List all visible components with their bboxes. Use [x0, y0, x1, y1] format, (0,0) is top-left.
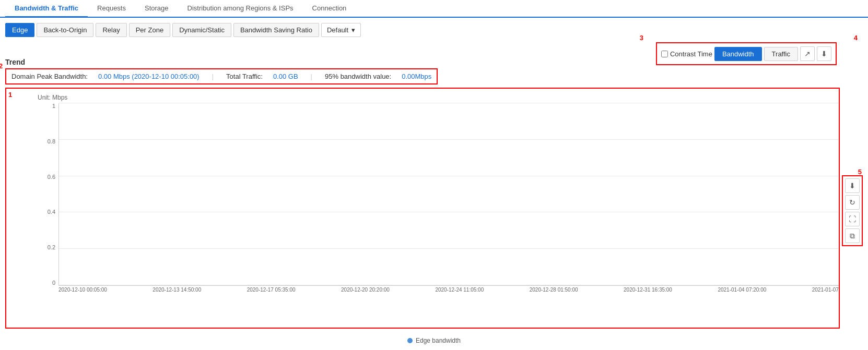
- top-right-controls: Contrast Time Bandwidth Traffic ↗ ⬇: [656, 42, 837, 65]
- x-axis: 2020-12-10 00:05:00 2020-12-13 14:50:00 …: [58, 287, 839, 301]
- red-label-4: 4: [854, 34, 858, 42]
- refresh-btn[interactable]: ↻: [845, 195, 860, 210]
- stats-bar: 2 Domain Peak Bandwidth: 0.00 Mbps (2020…: [5, 68, 438, 85]
- trend-section: Trend 3 4 Contrast Time Bandwidth Traffi…: [5, 42, 863, 347]
- legend-area: Edge bandwidth: [5, 334, 863, 347]
- export-btn[interactable]: ↗: [800, 46, 815, 61]
- fullscreen-icon: ⛶: [849, 215, 856, 223]
- top-tabs-bar: Bandwidth & Traffic Requests Storage Dis…: [0, 0, 868, 18]
- total-traffic-value: 0.00 GB: [273, 73, 298, 80]
- y-label-0: 0: [52, 280, 55, 286]
- y-axis: 0 0.2 0.4 0.6 0.8 1: [38, 103, 58, 286]
- main-content: Trend 3 4 Contrast Time Bandwidth Traffi…: [0, 42, 868, 347]
- collapse-icon: ⧉: [850, 232, 855, 240]
- tab-distribution[interactable]: Distribution among Regions & ISPs: [178, 0, 303, 18]
- download-top-btn[interactable]: ⬇: [817, 46, 831, 61]
- collapse-btn[interactable]: ⧉: [845, 228, 860, 243]
- x-label-2: 2020-12-17 05:35:00: [247, 287, 296, 293]
- total-traffic-label: Total Traffic:: [226, 73, 263, 80]
- download-right-btn[interactable]: ⬇: [845, 178, 860, 193]
- sub-button-bar: Edge Back-to-Origin Relay Per Zone Dynam…: [0, 18, 868, 42]
- chart-area: 1 Unit: Mbps 0 0.2 0.4 0.6 0.8 1: [5, 88, 840, 329]
- y-label-04: 0.4: [48, 209, 55, 215]
- red-label-3: 3: [640, 34, 643, 42]
- p95-value: 0.00Mbps: [402, 73, 431, 80]
- tab-requests[interactable]: Requests: [88, 0, 135, 18]
- chart-unit-label: Unit: Mbps: [38, 94, 839, 101]
- y-label-06: 0.6: [48, 174, 55, 180]
- sub-btn-edge[interactable]: Edge: [5, 23, 34, 37]
- red-label-1: 1: [8, 91, 12, 99]
- tab-storage[interactable]: Storage: [135, 0, 178, 18]
- refresh-icon: ↻: [849, 198, 855, 207]
- y-label-02: 0.2: [48, 245, 55, 250]
- red-label-2: 2: [0, 62, 3, 70]
- peak-bandwidth-label: Domain Peak Bandwidth:: [11, 73, 88, 80]
- red-label-5: 5: [858, 168, 862, 176]
- contrast-time-label: Contrast Time: [670, 50, 712, 58]
- x-label-4: 2020-12-24 11:05:00: [435, 287, 484, 293]
- x-label-0: 2020-12-10 00:05:00: [58, 287, 107, 293]
- contrast-time-control[interactable]: Contrast Time: [661, 50, 712, 58]
- x-label-5: 2020-12-28 01:50:00: [530, 287, 578, 293]
- download-right-icon: ⬇: [849, 182, 855, 190]
- traffic-btn[interactable]: Traffic: [764, 47, 798, 61]
- legend-dot-edge: [407, 338, 413, 343]
- chevron-down-icon: ▾: [351, 26, 355, 34]
- y-label-1: 1: [52, 103, 55, 109]
- tab-bandwidth-traffic[interactable]: Bandwidth & Traffic: [5, 0, 88, 18]
- sub-btn-dynamic-static[interactable]: Dynamic/Static: [172, 23, 231, 37]
- bandwidth-btn[interactable]: Bandwidth: [714, 47, 762, 61]
- x-label-3: 2020-12-20 20:20:00: [341, 287, 390, 293]
- x-label-6: 2020-12-31 16:35:00: [624, 287, 672, 293]
- export-icon: ↗: [804, 50, 811, 58]
- x-label-8: 2021-01-07: [812, 287, 839, 293]
- legend-item-edge: Edge bandwidth: [407, 337, 461, 344]
- sub-btn-bandwidth-saving[interactable]: Bandwidth Saving Ratio: [233, 23, 319, 37]
- chart-inner: 0 0.2 0.4 0.6 0.8 1: [38, 103, 839, 301]
- sub-btn-per-zone[interactable]: Per Zone: [129, 23, 170, 37]
- tab-connection[interactable]: Connection: [303, 0, 356, 18]
- legend-label-edge: Edge bandwidth: [416, 337, 461, 344]
- sep2: |: [311, 73, 312, 80]
- sub-btn-back-to-origin[interactable]: Back-to-Origin: [37, 23, 93, 37]
- x-label-1: 2020-12-13 14:50:00: [153, 287, 201, 293]
- p95-label: 95% bandwidth value:: [325, 73, 391, 80]
- x-label-7: 2021-01-04 07:20:00: [718, 287, 766, 293]
- download-top-icon: ⬇: [821, 50, 827, 58]
- dropdown-label: Default: [327, 26, 348, 34]
- fullscreen-btn[interactable]: ⛶: [845, 212, 860, 226]
- contrast-time-checkbox[interactable]: [661, 51, 668, 57]
- chart-plot: [58, 103, 839, 286]
- sub-btn-relay[interactable]: Relay: [96, 23, 126, 37]
- y-label-08: 0.8: [48, 139, 55, 144]
- peak-bandwidth-value: 0.00 Mbps (2020-12-10 00:05:00): [98, 73, 200, 80]
- sep1: |: [212, 73, 214, 80]
- default-dropdown[interactable]: Default ▾: [321, 23, 361, 37]
